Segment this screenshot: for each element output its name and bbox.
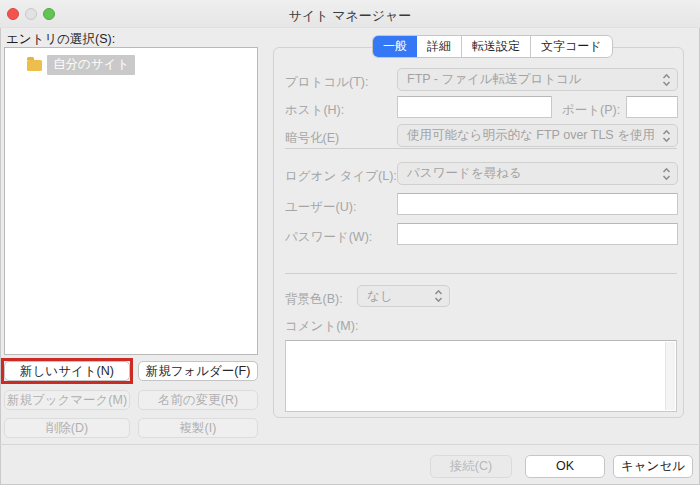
scrollbar-track[interactable] [665,342,675,410]
background-color-value: なし [358,288,434,305]
tab-bar: 一般 詳細 転送設定 文字コード [372,35,613,58]
encryption-value: 使用可能なら明示的な FTP over TLS を使用 [398,127,662,144]
ok-button[interactable]: OK [525,455,605,478]
tab-general[interactable]: 一般 [373,36,417,57]
logon-type-value: パスワードを尋ねる [398,165,662,182]
chevron-up-down-icon [662,73,671,87]
site-manager-dialog: サイト マネージャー エントリの選択(S): 自分のサイト 新しいサイト(N) … [0,0,700,485]
comment-label: コメント(M): [285,318,358,335]
protocol-dropdown[interactable]: FTP - ファイル転送プロトコル [397,68,678,91]
protocol-label: プロトコル(T): [285,74,368,91]
background-color-dropdown[interactable]: なし [357,285,450,307]
new-folder-button[interactable]: 新規フォルダー(F) [138,361,258,381]
tree-item-my-sites[interactable]: 自分のサイト [5,56,257,74]
chevron-up-down-icon [662,167,671,181]
chevron-up-down-icon [662,129,671,143]
tab-advanced[interactable]: 詳細 [417,36,461,57]
site-tree[interactable]: 自分のサイト [4,47,258,355]
footer-separator [0,444,700,445]
window-title: サイト マネージャー [0,7,700,25]
password-label: パスワード(W): [285,229,372,246]
encryption-dropdown[interactable]: 使用可能なら明示的な FTP over TLS を使用 [397,124,678,147]
new-site-button[interactable]: 新しいサイト(N) [4,361,130,381]
tab-transfer[interactable]: 転送設定 [461,36,530,57]
comment-textarea[interactable] [285,340,677,412]
rename-button[interactable]: 名前の変更(R) [138,390,258,410]
connect-button[interactable]: 接続(C) [430,455,512,478]
logon-type-dropdown[interactable]: パスワードを尋ねる [397,162,678,185]
port-input[interactable] [626,96,678,118]
host-label: ホスト(H): [285,102,344,119]
host-input[interactable] [397,96,552,118]
duplicate-button[interactable]: 複製(I) [138,418,258,438]
tree-item-label: 自分のサイト [47,55,135,75]
encryption-label: 暗号化(E) [285,130,339,147]
user-label: ユーザー(U): [285,199,356,216]
tab-charset[interactable]: 文字コード [530,36,612,57]
folder-icon [27,60,42,71]
separator [285,273,677,274]
port-label: ポート(P): [562,102,620,119]
logon-type-label: ログオン タイプ(L): [285,168,397,185]
new-bookmark-button[interactable]: 新規ブックマーク(M) [4,390,130,410]
password-input[interactable] [397,223,678,245]
separator [285,148,677,149]
background-color-label: 背景色(B): [285,291,343,308]
chevron-up-down-icon [434,289,443,303]
title-bar: サイト マネージャー [0,0,700,28]
cancel-button[interactable]: キャンセル [613,455,693,478]
protocol-value: FTP - ファイル転送プロトコル [398,71,662,88]
entries-select-label: エントリの選択(S): [6,31,115,48]
delete-button[interactable]: 削除(D) [4,418,130,438]
user-input[interactable] [397,193,678,215]
